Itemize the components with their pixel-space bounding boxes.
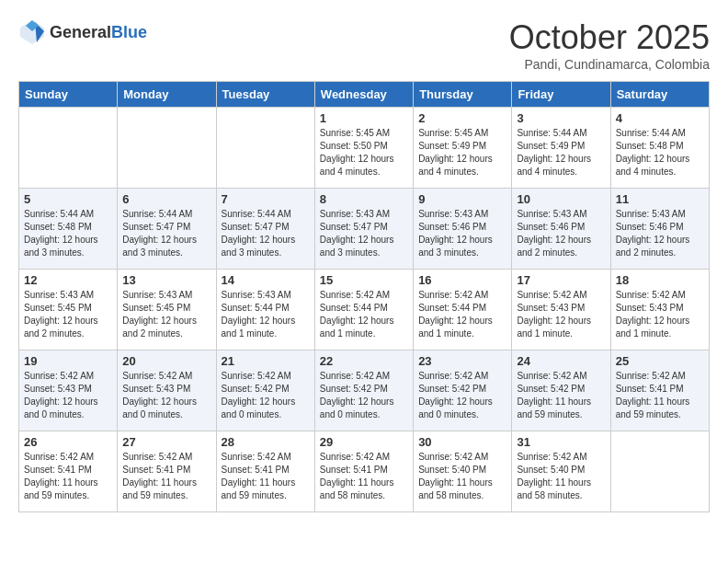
day-number: 9: [418, 192, 506, 206]
day-number: 12: [24, 273, 112, 287]
calendar-cell: 7Sunrise: 5:44 AM Sunset: 5:47 PM Daylig…: [216, 189, 314, 270]
calendar-cell: [610, 431, 709, 512]
calendar-cell: 11Sunrise: 5:43 AM Sunset: 5:46 PM Dayli…: [610, 189, 709, 270]
day-header-row: SundayMondayTuesdayWednesdayThursdayFrid…: [19, 82, 710, 108]
calendar-cell: [19, 108, 118, 189]
day-number: 2: [418, 111, 506, 125]
calendar-cell: 17Sunrise: 5:42 AM Sunset: 5:43 PM Dayli…: [512, 270, 610, 350]
day-of-week-header: Monday: [118, 82, 216, 108]
day-number: 4: [616, 111, 704, 125]
month-title: October 2025: [509, 18, 710, 57]
day-number: 26: [24, 435, 112, 449]
calendar-cell: 5Sunrise: 5:44 AM Sunset: 5:48 PM Daylig…: [19, 189, 118, 270]
calendar-cell: 23Sunrise: 5:42 AM Sunset: 5:42 PM Dayli…: [414, 350, 512, 431]
day-number: 5: [24, 192, 112, 206]
day-info: Sunrise: 5:44 AM Sunset: 5:48 PM Dayligh…: [616, 127, 704, 178]
day-info: Sunrise: 5:42 AM Sunset: 5:42 PM Dayligh…: [418, 370, 506, 421]
day-number: 22: [320, 354, 408, 368]
day-info: Sunrise: 5:42 AM Sunset: 5:44 PM Dayligh…: [320, 289, 408, 340]
day-info: Sunrise: 5:44 AM Sunset: 5:47 PM Dayligh…: [222, 208, 310, 259]
calendar-cell: 13Sunrise: 5:43 AM Sunset: 5:45 PM Dayli…: [118, 270, 216, 350]
day-number: 8: [320, 192, 408, 206]
calendar-cell: 12Sunrise: 5:43 AM Sunset: 5:45 PM Dayli…: [19, 270, 118, 350]
calendar-cell: 18Sunrise: 5:42 AM Sunset: 5:43 PM Dayli…: [610, 270, 709, 350]
day-number: 25: [616, 354, 704, 368]
day-info: Sunrise: 5:43 AM Sunset: 5:46 PM Dayligh…: [418, 208, 506, 259]
calendar-cell: 26Sunrise: 5:42 AM Sunset: 5:41 PM Dayli…: [19, 431, 118, 512]
calendar-table: SundayMondayTuesdayWednesdayThursdayFrid…: [18, 81, 710, 512]
day-number: 31: [517, 435, 605, 449]
page-header: GeneralBlue October 2025 Pandi, Cundinam…: [18, 18, 710, 72]
calendar-week-row: 1Sunrise: 5:45 AM Sunset: 5:50 PM Daylig…: [19, 108, 710, 189]
day-info: Sunrise: 5:43 AM Sunset: 5:45 PM Dayligh…: [24, 289, 112, 340]
day-number: 24: [517, 354, 605, 368]
day-info: Sunrise: 5:43 AM Sunset: 5:46 PM Dayligh…: [517, 208, 605, 259]
logo-general: GeneralBlue: [50, 23, 147, 42]
calendar-cell: 9Sunrise: 5:43 AM Sunset: 5:46 PM Daylig…: [414, 189, 512, 270]
calendar-cell: 6Sunrise: 5:44 AM Sunset: 5:47 PM Daylig…: [118, 189, 216, 270]
day-of-week-header: Tuesday: [216, 82, 314, 108]
day-info: Sunrise: 5:42 AM Sunset: 5:40 PM Dayligh…: [418, 451, 506, 502]
day-info: Sunrise: 5:42 AM Sunset: 5:43 PM Dayligh…: [616, 289, 704, 340]
calendar-cell: 28Sunrise: 5:42 AM Sunset: 5:41 PM Dayli…: [216, 431, 314, 512]
day-number: 20: [122, 354, 210, 368]
calendar-cell: 20Sunrise: 5:42 AM Sunset: 5:43 PM Dayli…: [118, 350, 216, 431]
calendar-cell: 1Sunrise: 5:45 AM Sunset: 5:50 PM Daylig…: [314, 108, 413, 189]
day-of-week-header: Sunday: [19, 82, 118, 108]
calendar-cell: 10Sunrise: 5:43 AM Sunset: 5:46 PM Dayli…: [512, 189, 610, 270]
day-number: 29: [320, 435, 408, 449]
day-number: 15: [320, 273, 408, 287]
logo: GeneralBlue: [18, 18, 147, 46]
calendar-week-row: 19Sunrise: 5:42 AM Sunset: 5:43 PM Dayli…: [19, 350, 710, 431]
calendar-cell: 22Sunrise: 5:42 AM Sunset: 5:42 PM Dayli…: [314, 350, 413, 431]
day-info: Sunrise: 5:44 AM Sunset: 5:47 PM Dayligh…: [122, 208, 210, 259]
day-number: 10: [517, 192, 605, 206]
day-of-week-header: Thursday: [414, 82, 512, 108]
calendar-week-row: 12Sunrise: 5:43 AM Sunset: 5:45 PM Dayli…: [19, 270, 710, 350]
calendar-cell: 27Sunrise: 5:42 AM Sunset: 5:41 PM Dayli…: [118, 431, 216, 512]
logo-icon: [18, 18, 46, 46]
day-info: Sunrise: 5:45 AM Sunset: 5:50 PM Dayligh…: [320, 127, 408, 178]
day-info: Sunrise: 5:42 AM Sunset: 5:41 PM Dayligh…: [616, 370, 704, 421]
title-block: October 2025 Pandi, Cundinamarca, Colomb…: [509, 18, 710, 72]
day-number: 17: [517, 273, 605, 287]
calendar-cell: 15Sunrise: 5:42 AM Sunset: 5:44 PM Dayli…: [314, 270, 413, 350]
calendar-cell: 2Sunrise: 5:45 AM Sunset: 5:49 PM Daylig…: [414, 108, 512, 189]
day-number: 6: [122, 192, 210, 206]
calendar-cell: 8Sunrise: 5:43 AM Sunset: 5:47 PM Daylig…: [314, 189, 413, 270]
calendar-cell: 4Sunrise: 5:44 AM Sunset: 5:48 PM Daylig…: [610, 108, 709, 189]
day-info: Sunrise: 5:44 AM Sunset: 5:48 PM Dayligh…: [24, 208, 112, 259]
calendar-cell: 24Sunrise: 5:42 AM Sunset: 5:42 PM Dayli…: [512, 350, 610, 431]
calendar-cell: 3Sunrise: 5:44 AM Sunset: 5:49 PM Daylig…: [512, 108, 610, 189]
day-number: 23: [418, 354, 506, 368]
calendar-cell: 29Sunrise: 5:42 AM Sunset: 5:41 PM Dayli…: [314, 431, 413, 512]
day-info: Sunrise: 5:43 AM Sunset: 5:44 PM Dayligh…: [222, 289, 310, 340]
location-subtitle: Pandi, Cundinamarca, Colombia: [509, 57, 710, 72]
day-number: 21: [222, 354, 310, 368]
day-number: 13: [122, 273, 210, 287]
day-of-week-header: Wednesday: [314, 82, 413, 108]
calendar-cell: 25Sunrise: 5:42 AM Sunset: 5:41 PM Dayli…: [610, 350, 709, 431]
day-number: 1: [320, 111, 408, 125]
calendar-cell: 30Sunrise: 5:42 AM Sunset: 5:40 PM Dayli…: [414, 431, 512, 512]
calendar-cell: [216, 108, 314, 189]
day-info: Sunrise: 5:43 AM Sunset: 5:46 PM Dayligh…: [616, 208, 704, 259]
day-number: 7: [222, 192, 310, 206]
day-number: 3: [517, 111, 605, 125]
day-number: 18: [616, 273, 704, 287]
calendar-week-row: 26Sunrise: 5:42 AM Sunset: 5:41 PM Dayli…: [19, 431, 710, 512]
calendar-cell: 31Sunrise: 5:42 AM Sunset: 5:40 PM Dayli…: [512, 431, 610, 512]
day-info: Sunrise: 5:42 AM Sunset: 5:40 PM Dayligh…: [517, 451, 605, 502]
day-number: 14: [222, 273, 310, 287]
calendar-cell: 19Sunrise: 5:42 AM Sunset: 5:43 PM Dayli…: [19, 350, 118, 431]
day-info: Sunrise: 5:42 AM Sunset: 5:42 PM Dayligh…: [320, 370, 408, 421]
day-info: Sunrise: 5:42 AM Sunset: 5:44 PM Dayligh…: [418, 289, 506, 340]
day-info: Sunrise: 5:42 AM Sunset: 5:41 PM Dayligh…: [222, 451, 310, 502]
calendar-cell: 16Sunrise: 5:42 AM Sunset: 5:44 PM Dayli…: [414, 270, 512, 350]
day-number: 11: [616, 192, 704, 206]
day-info: Sunrise: 5:45 AM Sunset: 5:49 PM Dayligh…: [418, 127, 506, 178]
day-of-week-header: Friday: [512, 82, 610, 108]
calendar-cell: 14Sunrise: 5:43 AM Sunset: 5:44 PM Dayli…: [216, 270, 314, 350]
day-number: 19: [24, 354, 112, 368]
calendar-cell: 21Sunrise: 5:42 AM Sunset: 5:42 PM Dayli…: [216, 350, 314, 431]
